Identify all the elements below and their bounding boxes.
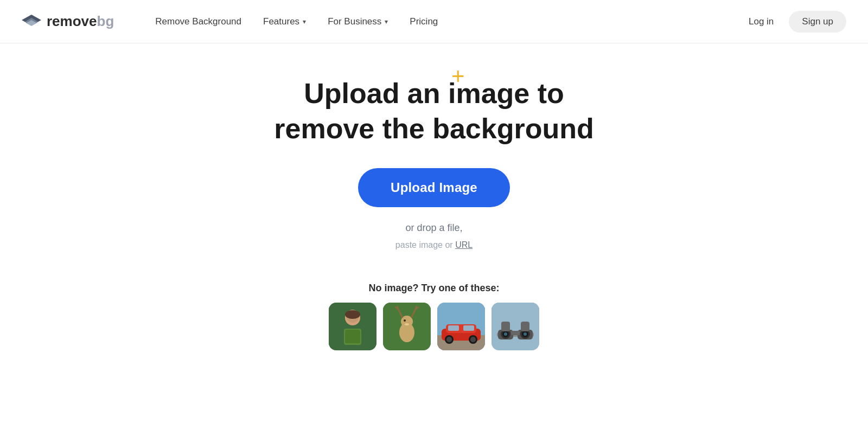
hero-title-line1: Upload an image to [304,78,564,109]
hero-title-line2: remove the background [274,113,593,144]
sample-image-car[interactable] [437,303,485,350]
hero-title: Upload an image to remove the background [274,76,593,146]
main-content: + Upload an image to remove the backgrou… [0,43,868,350]
svg-point-8 [345,310,360,319]
svg-rect-24 [448,325,459,331]
for-business-chevron-icon: ▾ [385,18,388,25]
logo-text-bg: bg [97,13,114,29]
svg-rect-40 [511,331,520,335]
svg-point-27 [446,337,452,342]
svg-point-29 [470,337,476,342]
sample-image-binoculars[interactable] [492,303,539,350]
paste-url-link[interactable]: URL [455,240,473,249]
svg-rect-6 [345,330,360,343]
svg-point-19 [405,323,409,325]
features-chevron-icon: ▾ [303,18,306,25]
nav-item-features[interactable]: Features ▾ [254,12,315,31]
logo-text-remove: remove [47,13,97,29]
signup-button[interactable]: Sign up [789,11,846,33]
svg-rect-41 [501,322,510,331]
nav-item-for-business[interactable]: For Business ▾ [319,12,397,31]
svg-point-38 [504,332,507,336]
svg-rect-25 [463,325,474,331]
try-samples-section: No image? Try one of these: [329,283,539,350]
site-header: removebg Remove Background Features ▾ Fo… [0,0,868,43]
nav-item-pricing[interactable]: Pricing [401,12,446,31]
logo-icon [22,15,41,29]
svg-rect-42 [521,322,529,331]
login-button[interactable]: Log in [740,12,782,31]
nav-item-remove-background[interactable]: Remove Background [146,12,250,31]
svg-point-18 [404,319,406,322]
sample-images-row [329,303,539,350]
decorative-plus-icon: + [451,65,465,88]
drop-file-text: or drop a file, [405,222,462,234]
svg-point-39 [524,332,527,336]
main-nav: Remove Background Features ▾ For Busines… [146,12,740,31]
upload-image-button[interactable]: Upload Image [358,168,510,207]
logo[interactable]: removebg [22,13,114,30]
nav-actions: Log in Sign up [740,11,846,33]
paste-text: paste image or URL [395,240,473,250]
try-samples-label: No image? Try one of these: [368,283,499,294]
svg-rect-30 [492,303,539,350]
sample-image-deer[interactable] [383,303,431,350]
sample-image-person[interactable] [329,303,376,350]
